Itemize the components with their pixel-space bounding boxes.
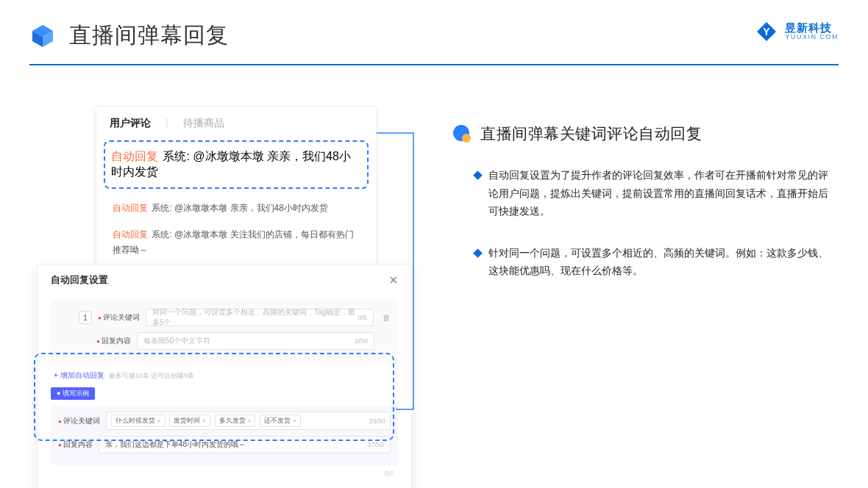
comment-row: 自动回复 系统: @冰墩墩本墩 亲亲，我们48小时内发货 (110, 195, 363, 221)
comment-text: 系统: @冰墩墩本墩 亲亲，我们48小时内发货 (152, 203, 328, 213)
auto-reply-tag: 自动回复 (113, 229, 148, 240)
content-input[interactable]: 每条限50个中文字符 0/50 (137, 332, 374, 350)
example-badge: ● 填写示例 (51, 387, 95, 400)
brand-logo: Y 昱新科技 YUUXIN.COM (755, 21, 839, 43)
diamond-icon (473, 248, 483, 258)
section-head: 直播间弹幕关键词评论自动回复 (452, 123, 839, 144)
bullet-text: 自动回复设置为了提升作者的评论回复效率，作者可在开播前针对常见的评论用户问题，提… (488, 166, 831, 220)
add-auto-reply-link[interactable]: + 增加自动回复最多可建10条 还可以创建9条 (54, 370, 398, 381)
section-title: 直播间弹幕关键词评论自动回复 (480, 123, 702, 144)
page-title: 直播间弹幕回复 (69, 21, 229, 51)
settings-title: 自动回复设置 (51, 273, 108, 287)
content-label: ●回复内容 (96, 336, 131, 346)
bottom-counter: /50 (51, 470, 398, 477)
screenshot-column: 用户评论 | 待播商品 自动回复 系统: @冰墩墩本墩 亲亲，我们48小时内发货… (37, 106, 412, 304)
keyword-chip[interactable]: 发货时间× (169, 415, 210, 427)
drag-handle-icon[interactable]: ⋮⋮ (58, 314, 73, 322)
tab-pending-products[interactable]: 待播商品 (183, 117, 224, 130)
brand-name-cn: 昱新科技 (785, 22, 839, 35)
diamond-icon (473, 171, 483, 180)
comments-panel: 用户评论 | 待播商品 自动回复 系统: @冰墩墩本墩 亲亲，我们48小时内发货… (96, 106, 377, 277)
example-block: ●评论关键词 什么时候发货× 发货时间× 多久发货× 还不发货× 20/50 ●… (51, 406, 398, 465)
bubble-icon (452, 124, 472, 143)
index-box: 1 (79, 311, 92, 324)
tab-user-comments[interactable]: 用户评论 (110, 117, 151, 130)
bullet-text: 针对同一个问题，可设置多个相近的、高频的关键词。例如：这款多少钱、这块能优惠吗、… (488, 244, 831, 280)
svg-point-6 (462, 134, 471, 143)
keywords-label: ●评论关键词 (98, 312, 140, 323)
highlighted-comment: 自动回复 系统: @冰墩墩本墩 亲亲，我们48小时内发货 (104, 140, 369, 189)
keywords-input[interactable]: 对同一个问题，可设置多个相近、高频的关键词，Tag确定，最多5个 0/5 (146, 309, 374, 326)
tab-divider: | (166, 117, 168, 130)
ex-content-input[interactable]: 亲，我们这边都是下单48小时内发货的哦～ 37/50 (99, 436, 391, 453)
auto-reply-tag: 自动回复 (113, 203, 148, 213)
ex-keywords-label: ●评论关键词 (58, 416, 100, 426)
page-header: 直播间弹幕回复 (0, 0, 868, 51)
comments-tabs: 用户评论 | 待播商品 (110, 117, 363, 130)
svg-text:Y: Y (764, 26, 771, 37)
brand-name-en: YUUXIN.COM (785, 34, 839, 41)
ex-keywords-input[interactable]: 什么时候发货× 发货时间× 多久发货× 还不发货× 20/50 (106, 412, 391, 430)
delete-icon[interactable]: 🗑 (383, 313, 391, 322)
bullet-item: 自动回复设置为了提升作者的评论回复效率，作者可在开播前针对常见的评论用户问题，提… (452, 166, 839, 220)
auto-reply-settings-panel: 自动回复设置 ✕ ⋮⋮ 1 ●评论关键词 对同一个问题，可设置多个相近、高频的关… (37, 264, 412, 488)
keyword-chip[interactable]: 还不发货× (260, 415, 301, 427)
comment-row: 自动回复 系统: @冰墩墩本墩 关注我们的店铺，每日都有热门推荐呦～ (110, 221, 363, 263)
keyword-chip[interactable]: 什么时候发货× (111, 415, 166, 427)
close-icon[interactable]: ✕ (389, 274, 398, 286)
description-column: 直播间弹幕关键词评论自动回复 自动回复设置为了提升作者的评论回复效率，作者可在开… (452, 106, 839, 304)
header-cube-icon (29, 23, 56, 49)
bullet-item: 针对同一个问题，可设置多个相近的、高频的关键词。例如：这款多少钱、这块能优惠吗、… (452, 244, 839, 280)
keyword-chip[interactable]: 多久发货× (215, 415, 256, 427)
ex-content-label: ●回复内容 (58, 439, 93, 450)
brand-icon: Y (755, 21, 778, 43)
form-block: ⋮⋮ 1 ●评论关键词 对同一个问题，可设置多个相近、高频的关键词，Tag确定，… (51, 300, 398, 363)
auto-reply-tag: 自动回复 (111, 150, 158, 162)
comment-text: 系统: @冰墩墩本墩 关注我们的店铺，每日都有热门推荐呦～ (113, 229, 354, 254)
